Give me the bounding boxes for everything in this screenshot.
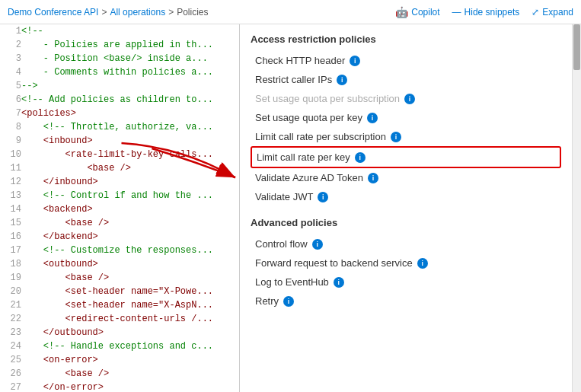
policy-item-limit-rate-sub[interactable]: Limit call rate per subscription i — [251, 127, 561, 146]
info-icon[interactable]: i — [367, 113, 378, 123]
code-line: 11 <base /> — [0, 161, 239, 175]
info-icon[interactable]: i — [417, 258, 428, 269]
breadcrumb-sep2: > — [168, 7, 174, 18]
policy-item-validate-jwt[interactable]: Validate JWT i — [251, 187, 561, 206]
code-line: 15 <base /> — [0, 216, 239, 230]
policy-label: Set usage quota per subscription — [255, 93, 400, 104]
code-line: 22 <redirect-content-urls /... — [0, 312, 239, 326]
line-content: <base /> — [21, 271, 239, 285]
info-icon[interactable]: i — [355, 152, 366, 163]
line-content: <inbound> — [21, 134, 239, 148]
info-icon[interactable]: i — [391, 132, 401, 142]
copilot-icon: 🤖 — [395, 6, 408, 18]
line-content: <outbound> — [21, 257, 239, 271]
policy-label: Forward request to backend service — [255, 257, 413, 269]
line-content: - Comments within policies a... — [21, 65, 239, 79]
line-content: <!-- Handle exceptions and c... — [21, 339, 239, 353]
line-number: 19 — [0, 271, 21, 285]
code-line: 13 <!-- Control if and how the ... — [0, 189, 239, 202]
code-line: 8 <!-- Throttle, authorize, va... — [0, 120, 239, 134]
breadcrumb-all-ops[interactable]: All operations — [110, 7, 165, 18]
info-icon[interactable]: i — [350, 56, 360, 66]
copilot-label: Copilot — [411, 7, 439, 18]
info-icon[interactable]: i — [337, 75, 347, 85]
line-content: --> — [21, 79, 239, 93]
code-line: 19 <base /> — [0, 271, 239, 285]
policy-label: Limit call rate per key — [257, 151, 350, 163]
line-number: 5 — [0, 79, 21, 93]
line-content: <set-header name="X-Powe... — [21, 285, 239, 298]
policy-label: Retry — [255, 295, 279, 307]
hide-snippets-label: Hide snippets — [464, 7, 520, 18]
line-number: 1 — [0, 24, 21, 38]
line-number: 9 — [0, 134, 21, 148]
code-line: 18 <outbound> — [0, 257, 239, 271]
line-number: 14 — [0, 202, 21, 216]
policy-label: Validate Azure AD Token — [255, 172, 363, 183]
policy-item-limit-rate-key[interactable]: Limit call rate per key i — [251, 146, 561, 168]
code-line: 7 <policies> — [0, 107, 239, 120]
policy-label: Check HTTP header — [255, 55, 345, 66]
topbar-actions: 🤖 Copilot — Hide snippets ⤢ Expand — [395, 6, 573, 18]
main-area: 1 <!-- 2 - Policies are applied in th...… — [0, 24, 581, 392]
code-line: 9 <inbound> — [0, 134, 239, 148]
info-icon[interactable]: i — [404, 94, 415, 104]
copilot-button[interactable]: 🤖 Copilot — [395, 6, 439, 18]
line-number: 2 — [0, 38, 21, 52]
expand-label: Expand — [542, 7, 573, 18]
line-number: 15 — [0, 216, 21, 230]
line-content: <!-- Customize the responses... — [21, 244, 239, 257]
policy-item-retry[interactable]: Retry i — [251, 292, 561, 311]
line-content: <!-- — [21, 24, 239, 38]
line-number: 24 — [0, 339, 21, 353]
code-line: 16 </backend> — [0, 230, 239, 244]
line-number: 16 — [0, 230, 21, 244]
line-number: 25 — [0, 353, 21, 367]
line-number: 20 — [0, 285, 21, 298]
line-content: </on-error> — [21, 381, 239, 392]
policy-label: Restrict caller IPs — [255, 74, 332, 85]
line-content: <rate-limit-by-key calls... — [21, 148, 239, 161]
line-content: <!-- Control if and how the ... — [21, 189, 239, 202]
info-icon[interactable]: i — [368, 173, 378, 183]
code-line: 25 <on-error> — [0, 353, 239, 367]
line-content: </backend> — [21, 230, 239, 244]
line-content: <backend> — [21, 202, 239, 216]
code-line: 24 <!-- Handle exceptions and c... — [0, 339, 239, 353]
line-number: 26 — [0, 367, 21, 381]
info-icon[interactable]: i — [283, 296, 294, 307]
policy-item-forward-req[interactable]: Forward request to backend service i — [251, 253, 561, 272]
code-line: 6 <!-- Add policies as children to... — [0, 93, 239, 107]
info-icon[interactable]: i — [312, 239, 323, 250]
advanced-section-title: Advanced policies — [251, 217, 561, 228]
line-number: 7 — [0, 107, 21, 120]
line-content: <policies> — [21, 107, 239, 120]
line-number: 12 — [0, 175, 21, 189]
scrollbar-thumb[interactable] — [573, 24, 580, 70]
line-number: 6 — [0, 93, 21, 107]
info-icon[interactable]: i — [334, 277, 344, 288]
policy-item-control-flow[interactable]: Control flow i — [251, 234, 561, 253]
policy-item-usage-quota-key[interactable]: Set usage quota per key i — [251, 108, 561, 127]
line-content: <base /> — [21, 216, 239, 230]
advanced-items-list: Control flow i Forward request to backen… — [251, 234, 561, 311]
right-scrollbar[interactable] — [572, 24, 581, 392]
policy-item-restrict-ips[interactable]: Restrict caller IPs i — [251, 70, 561, 89]
policy-item-usage-quota-sub[interactable]: Set usage quota per subscription i — [251, 89, 561, 108]
line-content: <!-- Throttle, authorize, va... — [21, 120, 239, 134]
policy-item-validate-aad[interactable]: Validate Azure AD Token i — [251, 168, 561, 187]
expand-button[interactable]: ⤢ Expand — [532, 7, 573, 18]
access-section-title: Access restriction policies — [251, 33, 561, 45]
code-line: 5 --> — [0, 79, 239, 93]
info-icon[interactable]: i — [318, 192, 328, 202]
line-content: <redirect-content-urls /... — [21, 312, 239, 326]
code-panel[interactable]: 1 <!-- 2 - Policies are applied in th...… — [0, 24, 240, 392]
code-line: 27 </on-error> — [0, 381, 239, 392]
hide-snippets-button[interactable]: — Hide snippets — [452, 7, 520, 18]
policy-label: Control flow — [255, 238, 308, 250]
policy-item-check-http[interactable]: Check HTTP header i — [251, 51, 561, 70]
line-content: <set-header name="X-AspN... — [21, 298, 239, 312]
code-line: 20 <set-header name="X-Powe... — [0, 285, 239, 298]
policy-item-log-eventhub[interactable]: Log to EventHub i — [251, 272, 561, 292]
breadcrumb-app[interactable]: Demo Conference API — [8, 7, 98, 18]
